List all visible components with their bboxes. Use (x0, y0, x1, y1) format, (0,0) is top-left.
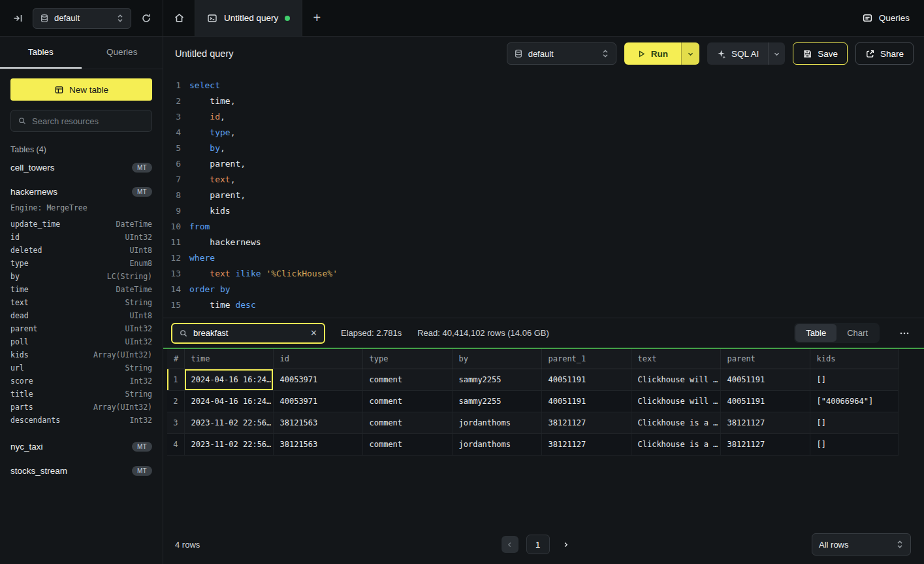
table-cell[interactable]: 40051191 (541, 390, 631, 412)
column-row[interactable]: descendantsInt32 (10, 414, 152, 427)
column-header[interactable]: kids (810, 349, 898, 369)
code-line[interactable]: 14order by (163, 281, 924, 297)
home-tab[interactable] (163, 0, 195, 36)
column-header[interactable]: by (452, 349, 541, 369)
column-header[interactable]: parent (720, 349, 810, 369)
column-row[interactable]: partsArray(UInt32) (10, 401, 152, 414)
table-cell[interactable]: 38121563 (273, 433, 362, 455)
table-cell[interactable]: sammy2255 (452, 390, 541, 412)
row-number-cell[interactable]: 3 (167, 412, 184, 433)
code-line[interactable]: 8 parent, (163, 187, 924, 203)
table-cell[interactable]: 38121127 (541, 412, 631, 433)
sql-ai-button[interactable]: SQL AI (707, 42, 768, 65)
table-cell[interactable]: [] (810, 369, 898, 390)
queries-button[interactable]: Queries (862, 0, 910, 36)
code-line[interactable]: 11 hackernews (163, 234, 924, 250)
database-selector[interactable]: default (33, 8, 131, 29)
clear-search-button[interactable]: ✕ (310, 328, 317, 338)
table-cell[interactable]: comment (362, 390, 452, 412)
table-cell[interactable]: 2024-04-16 16:24… (184, 390, 273, 412)
column-header[interactable]: id (273, 349, 362, 369)
code-line[interactable]: 13 text ilike '%ClickHouse%' (163, 265, 924, 281)
view-toggle-table[interactable]: Table (795, 324, 836, 342)
share-button[interactable]: Share (855, 42, 914, 65)
table-cell[interactable]: 40053971 (273, 390, 362, 412)
column-header[interactable]: type (362, 349, 452, 369)
code-line[interactable]: 3 id, (163, 108, 924, 124)
column-row[interactable]: pollUInt32 (10, 335, 152, 348)
view-toggle-chart[interactable]: Chart (836, 324, 878, 342)
table-cell[interactable]: sammy2255 (452, 369, 541, 390)
table-cell[interactable]: 2024-04-16 16:24… (184, 369, 273, 390)
column-row[interactable]: titleString (10, 388, 152, 401)
sidebar-item-cell-towers[interactable]: cell_towers MT (10, 157, 152, 178)
code-line[interactable]: 12where (163, 250, 924, 265)
code-line[interactable]: 10from (163, 218, 924, 234)
sidebar-item-stocks-stream[interactable]: stocks_stream MT (10, 460, 152, 482)
sidebar-item-nyc-taxi[interactable]: nyc_taxi MT (10, 436, 152, 457)
code-line[interactable]: 15 time desc (163, 297, 924, 312)
column-row[interactable]: timeDateTime (10, 283, 152, 296)
code-line[interactable]: 5 by, (163, 140, 924, 156)
column-header[interactable]: text (631, 349, 720, 369)
new-table-button[interactable]: New table (10, 78, 152, 101)
refresh-button[interactable] (138, 10, 155, 27)
new-tab-button[interactable]: + (302, 0, 331, 36)
table-cell[interactable]: comment (362, 412, 452, 433)
sidebar-item-hackernews[interactable]: hackernews MT (10, 181, 152, 203)
more-options-button[interactable] (895, 328, 914, 339)
column-row[interactable]: scoreInt32 (10, 374, 152, 388)
row-number-cell[interactable]: 4 (167, 433, 184, 455)
code-editor[interactable]: 1select2 time,3 id,4 type,5 by,6 parent,… (163, 71, 924, 318)
column-row[interactable]: deadUInt8 (10, 309, 152, 322)
table-cell[interactable]: [] (810, 433, 898, 455)
code-line[interactable]: 1select (163, 77, 924, 93)
run-options-button[interactable] (681, 42, 699, 65)
save-button[interactable]: Save (793, 42, 848, 65)
column-row[interactable]: urlString (10, 361, 152, 374)
column-row[interactable]: parentUInt32 (10, 322, 152, 335)
table-cell[interactable]: [] (810, 412, 898, 433)
table-cell[interactable]: Clickhouse will … (631, 369, 720, 390)
table-cell[interactable]: Clickhouse will … (631, 390, 720, 412)
table-cell[interactable]: 38121563 (273, 412, 362, 433)
code-line[interactable]: 7 text, (163, 171, 924, 187)
column-row[interactable]: deletedUInt8 (10, 244, 152, 257)
code-line[interactable]: 9 kids (163, 203, 924, 218)
column-row[interactable]: kidsArray(UInt32) (10, 348, 152, 361)
row-number-cell[interactable]: 1 (167, 369, 184, 390)
code-line[interactable]: 2 time, (163, 93, 924, 108)
table-cell[interactable]: 2023-11-02 22:56… (184, 433, 273, 455)
code-line[interactable]: 6 parent, (163, 156, 924, 171)
run-button[interactable]: Run (624, 42, 681, 65)
column-row[interactable]: textString (10, 296, 152, 309)
table-cell[interactable]: comment (362, 369, 452, 390)
table-cell[interactable]: Clickhouse is a … (631, 433, 720, 455)
sidebar-collapse-button[interactable] (9, 10, 26, 27)
next-page-button[interactable] (558, 536, 575, 553)
current-page-indicator[interactable]: 1 (526, 535, 550, 554)
row-number-cell[interactable]: 2 (167, 390, 184, 412)
query-database-selector[interactable]: default (507, 42, 616, 65)
tab-untitled-query[interactable]: Untitled query (195, 0, 302, 36)
column-header[interactable]: parent_1 (541, 349, 631, 369)
table-cell[interactable]: 40053971 (273, 369, 362, 390)
results-filter-input[interactable] (193, 328, 305, 338)
code-line[interactable]: 4 type, (163, 124, 924, 140)
column-row[interactable]: byLC(String) (10, 270, 152, 283)
table-cell[interactable]: 38121127 (720, 412, 810, 433)
page-size-selector[interactable]: All rows (812, 533, 911, 556)
column-header[interactable]: # (167, 349, 184, 369)
table-cell[interactable]: comment (362, 433, 452, 455)
table-cell[interactable]: jordanthoms (452, 433, 541, 455)
table-cell[interactable]: 38121127 (720, 433, 810, 455)
search-resources-input[interactable] (32, 116, 147, 126)
table-cell[interactable]: 2023-11-02 22:56… (184, 412, 273, 433)
sidebar-tab-tables[interactable]: Tables (0, 37, 82, 69)
table-cell[interactable]: 40051191 (720, 390, 810, 412)
table-cell[interactable]: 40051191 (541, 369, 631, 390)
previous-page-button[interactable] (502, 536, 518, 553)
table-cell[interactable]: 40051191 (720, 369, 810, 390)
column-row[interactable]: update_timeDateTime (10, 218, 152, 231)
table-cell[interactable]: Clickhouse is a … (631, 412, 720, 433)
